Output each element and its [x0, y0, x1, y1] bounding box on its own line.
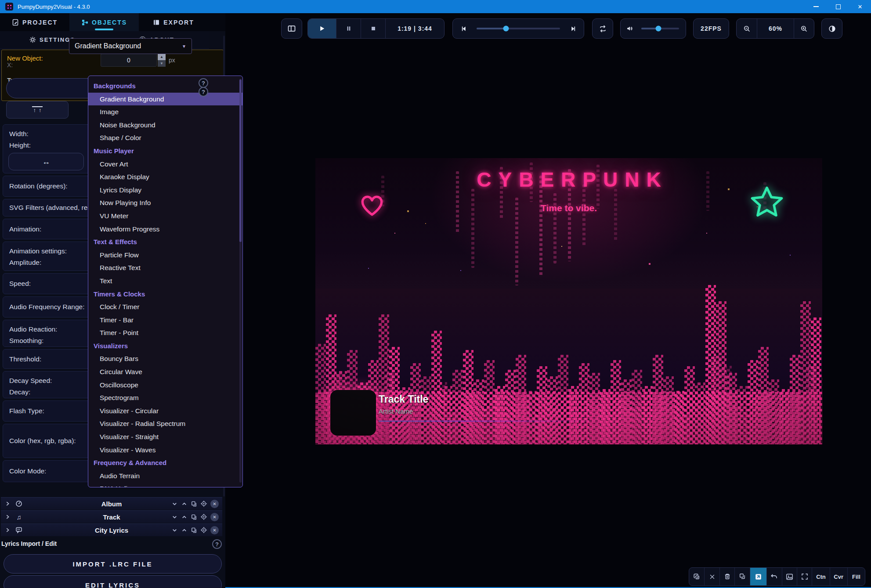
menu-scrollbar[interactable] [239, 79, 242, 483]
help-icon[interactable]: ? [199, 87, 208, 97]
duplicate-object-button[interactable] [191, 501, 197, 507]
move-up-button[interactable] [181, 501, 188, 507]
menu-item-bouncy-bars[interactable]: Bouncy Bars [88, 352, 242, 365]
menu-item-timer-bar[interactable]: Timer - Bar [88, 314, 242, 327]
undo-button[interactable] [766, 568, 781, 585]
menu-item-noise-background[interactable]: Noise Background [88, 119, 242, 132]
zoom-out-button[interactable] [737, 19, 757, 38]
fps-text: 22FPS [701, 25, 722, 32]
move-down-button[interactable] [171, 527, 178, 534]
menu-item-text[interactable]: Text [88, 274, 242, 288]
menu-item-waveform-progress[interactable]: Waveform Progress [88, 223, 242, 236]
setting-label: Animation settings: [9, 247, 67, 255]
x-stepper[interactable]: ▲▼ [158, 54, 166, 67]
image-tool-button[interactable] [782, 568, 797, 585]
setting-label: Height: [9, 141, 31, 149]
move-up-button[interactable] [181, 527, 188, 534]
loop-button[interactable] [592, 18, 613, 39]
fullscreen-button[interactable] [797, 568, 812, 585]
stepper-down-icon[interactable]: ▼ [158, 60, 166, 67]
menu-item-lyrics-display[interactable]: Lyrics Display [88, 184, 242, 197]
theme-toggle-button[interactable] [821, 18, 842, 39]
move-down-button[interactable] [171, 514, 178, 520]
delete-object-button[interactable]: ✕ [210, 500, 219, 508]
object-row-track[interactable]: ♫ Track ✕ [1, 510, 222, 523]
menu-item-particle-flow[interactable]: Particle Flow [88, 249, 242, 262]
play-button[interactable] [308, 19, 336, 38]
minimize-button[interactable] [805, 0, 827, 13]
move-to-top-button[interactable]: ↑↑ [6, 101, 69, 119]
menu-item-now-playing-info[interactable]: Now Playing Info [88, 196, 242, 209]
tab-objects[interactable]: OBJECTS [69, 13, 139, 31]
resize-arrow-icon[interactable]: ↔ [8, 153, 84, 170]
menu-item-gradient-background[interactable]: Gradient Background [88, 93, 242, 106]
zoom-in-button[interactable] [794, 19, 814, 38]
object-row-city-lyrics[interactable]: City Lyrics ✕ [1, 523, 222, 536]
menu-item-dna-helix[interactable]: DNA Helix [88, 482, 242, 487]
volume-slider[interactable] [641, 28, 679, 29]
cover-mode-button[interactable]: Cvr [830, 568, 847, 585]
move-up-button[interactable] [181, 514, 188, 520]
menu-item-circular-wave[interactable]: Circular Wave [88, 365, 242, 379]
matrix-rain-strip [614, 189, 617, 242]
menu-item-visualizer-circular[interactable]: Visualizer - Circular [88, 404, 242, 418]
timeline-slider-thumb[interactable] [503, 26, 509, 32]
pause-button[interactable] [336, 19, 361, 38]
stepper-up-icon[interactable]: ▲ [158, 54, 166, 60]
tab-project[interactable]: PROJECT [0, 13, 69, 31]
focus-object-button[interactable] [200, 500, 207, 507]
menu-item-visualizer-radial-spectrum[interactable]: Visualizer - Radial Spectrum [88, 417, 242, 430]
delete-object-button[interactable]: ✕ [210, 513, 219, 521]
deselect-button[interactable] [704, 568, 719, 585]
focus-object-button[interactable] [200, 527, 207, 534]
menu-item-shape-color[interactable]: Shape / Color [88, 131, 242, 144]
import-lrc-button[interactable]: IMPORT .LRC FILE [4, 554, 222, 574]
menu-item-image[interactable]: Image [88, 105, 242, 119]
preview-subtitle-text: Time to vibe. [315, 203, 822, 213]
duplicate-button[interactable] [734, 568, 749, 585]
menu-item-reactive-text[interactable]: Reactive Text [88, 261, 242, 274]
tab-export[interactable]: EXPORT [139, 13, 208, 31]
menu-scrollbar-thumb[interactable] [239, 79, 242, 242]
menu-item-oscilloscope[interactable]: Oscilloscope [88, 379, 242, 392]
duplicate-object-button[interactable] [191, 527, 197, 534]
duplicate-object-button[interactable] [191, 514, 197, 520]
volume-slider-thumb[interactable] [655, 26, 661, 32]
help-icon[interactable]: ? [199, 78, 208, 88]
fill-mode-button[interactable]: Fill [847, 568, 865, 585]
delete-button[interactable] [719, 568, 734, 585]
tab-objects-label: OBJECTS [92, 19, 127, 26]
preview-canvas[interactable]: CYBERPUNK Time to vibe. Track Title Arti… [315, 158, 822, 444]
tab-export-label: EXPORT [163, 19, 194, 26]
menu-item-karaoke-display[interactable]: Karaoke Display [88, 170, 242, 184]
edit-lyrics-button[interactable]: EDIT LYRICS [4, 575, 222, 588]
focus-object-button[interactable] [200, 513, 207, 520]
menu-item-timer-point[interactable]: Timer - Point [88, 326, 242, 339]
skip-start-button[interactable] [453, 19, 474, 38]
move-down-button[interactable] [171, 501, 178, 507]
resize-tool-button[interactable] [750, 568, 766, 585]
select-all-button[interactable] [689, 568, 704, 585]
x-input[interactable]: 0 [101, 54, 157, 67]
stop-button[interactable] [361, 19, 385, 38]
delete-object-button[interactable]: ✕ [210, 526, 219, 534]
maximize-button[interactable] [827, 0, 849, 13]
type-select[interactable]: Gradient Background ▼ [69, 38, 192, 54]
menu-item-visualizer-straight[interactable]: Visualizer - Straight [88, 430, 242, 444]
menu-item-spectrogram[interactable]: Spectrogram [88, 391, 242, 404]
menu-item-vu-meter[interactable]: VU Meter [88, 209, 242, 223]
timeline-slider[interactable] [477, 28, 560, 29]
menu-item-visualizer-waves[interactable]: Visualizer - Waves [88, 444, 242, 457]
menu-item-audio-terrain[interactable]: Audio Terrain [88, 469, 242, 483]
menu-item-cover-art[interactable]: Cover Art [88, 158, 242, 171]
help-icon[interactable]: ? [212, 539, 222, 549]
volume-button[interactable] [621, 19, 639, 38]
panel-toggle-button[interactable] [281, 18, 302, 39]
contain-mode-button[interactable]: Ctn [812, 568, 829, 585]
close-button[interactable]: ✕ [849, 0, 871, 13]
menu-item-clock-timer[interactable]: Clock / Timer [88, 300, 242, 314]
fullscreen-icon [801, 573, 809, 581]
object-row-album[interactable]: Album ✕ [1, 497, 222, 510]
menu-group-header-visualizers: Visualizers [88, 339, 242, 353]
skip-end-button[interactable] [563, 19, 584, 38]
